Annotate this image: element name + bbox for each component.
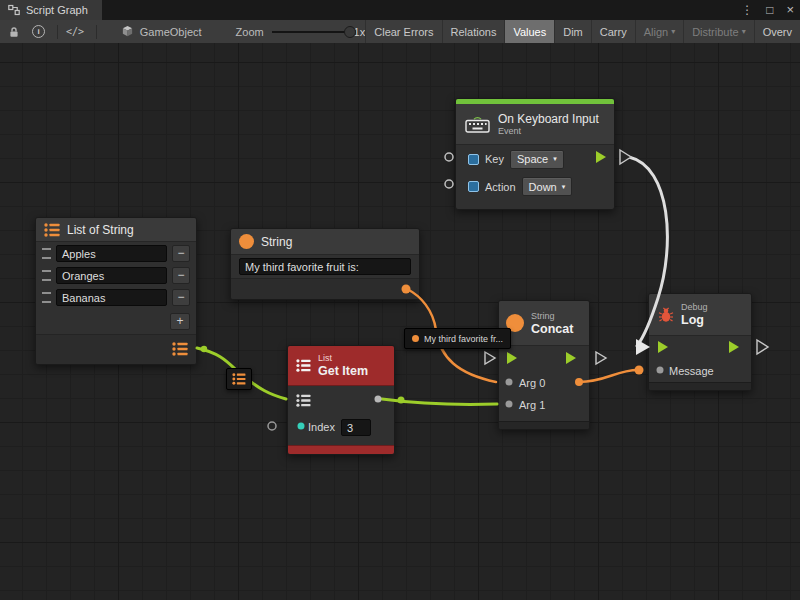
- list-icon: [296, 359, 311, 372]
- list-add-row: +: [36, 308, 196, 334]
- toolbar-separator: [57, 25, 58, 39]
- list-input-port-icon[interactable]: [296, 394, 311, 407]
- bug-icon: [658, 307, 674, 323]
- relations-button[interactable]: Relations: [442, 20, 505, 43]
- maximize-icon[interactable]: □: [766, 0, 773, 20]
- index-outer-connector-icon[interactable]: [268, 422, 276, 430]
- wire-type-badge: [226, 368, 252, 390]
- graph-canvas[interactable]: List of String Apples − Oranges − Banana…: [0, 43, 800, 600]
- drag-handle-icon[interactable]: [42, 292, 51, 303]
- index-label: Index: [308, 421, 335, 433]
- node-header[interactable]: String: [231, 229, 419, 255]
- distribute-button[interactable]: Distribute ▾: [683, 20, 753, 43]
- node-category: List: [318, 353, 368, 364]
- graph-icon: [8, 4, 20, 16]
- node-subtitle: Event: [498, 126, 599, 137]
- message-label: Message: [669, 365, 714, 377]
- list-icon: [232, 373, 246, 385]
- message-row: Message: [649, 360, 751, 382]
- concat-flow-in-connector-icon[interactable]: [485, 352, 495, 364]
- list-item-field[interactable]: Oranges: [56, 267, 167, 284]
- tab-title: Script Graph: [26, 4, 88, 16]
- dim-button[interactable]: Dim: [554, 20, 591, 43]
- arg0-row: Arg 0: [499, 372, 589, 394]
- unity-script-graph-window: Script Graph ⋮ □ × i </> GameObject Zo: [0, 0, 800, 600]
- node-get-item[interactable]: List Get Item Index 3: [287, 345, 395, 455]
- values-button[interactable]: Values: [504, 20, 554, 43]
- key-row: Key Space ▾: [456, 145, 614, 173]
- node-title: On Keyboard Input: [498, 112, 599, 126]
- node-footer-bar: [649, 382, 751, 390]
- zoom-slider[interactable]: [272, 26, 348, 38]
- list-item-row: Oranges −: [36, 264, 196, 286]
- string-value-row: My third favorite fruit is:: [231, 255, 419, 278]
- list-output-port-icon[interactable]: [172, 342, 188, 356]
- index-field[interactable]: 3: [341, 419, 371, 436]
- node-string-literal[interactable]: String My third favorite fruit is:: [230, 228, 420, 300]
- carry-button[interactable]: Carry: [591, 20, 635, 43]
- key-input-connector-icon[interactable]: [445, 153, 453, 161]
- node-header[interactable]: Debug Log: [649, 294, 751, 336]
- action-dropdown[interactable]: Down ▾: [522, 177, 573, 196]
- window-controls: ⋮ □ ×: [741, 0, 794, 20]
- node-header[interactable]: On Keyboard Input Event: [456, 104, 614, 145]
- node-header[interactable]: List Get Item: [288, 346, 394, 386]
- gameobject-icon: [121, 25, 134, 38]
- tab-script-graph[interactable]: Script Graph: [0, 0, 102, 20]
- node-on-keyboard-input[interactable]: On Keyboard Input Event Key Space ▾ Acti…: [455, 98, 615, 210]
- close-icon[interactable]: ×: [786, 0, 794, 20]
- remove-item-button[interactable]: −: [172, 267, 190, 284]
- add-item-button[interactable]: +: [170, 313, 190, 330]
- window-menu-icon[interactable]: ⋮: [741, 0, 753, 20]
- toolbar-separator: [96, 25, 97, 39]
- align-button[interactable]: Align ▾: [635, 20, 683, 43]
- log-flow-out-connector-icon[interactable]: [757, 340, 768, 354]
- node-title: String: [261, 235, 292, 249]
- drag-handle-icon[interactable]: [42, 270, 51, 281]
- string-type-icon: [239, 234, 254, 249]
- node-header[interactable]: String Concat: [499, 301, 589, 346]
- list-item-field[interactable]: Bananas: [56, 289, 167, 306]
- string-value-field[interactable]: My third favorite fruit is:: [239, 258, 411, 275]
- orange-wire-end-dot[interactable]: [635, 366, 644, 375]
- string-value-dot-icon: [412, 335, 419, 342]
- remove-item-button[interactable]: −: [172, 245, 190, 262]
- keyboard-flow-connector-icon[interactable]: [620, 150, 631, 164]
- overview-button[interactable]: Overv: [754, 20, 800, 43]
- lock-icon[interactable]: [8, 26, 20, 38]
- code-icon[interactable]: </>: [66, 26, 84, 37]
- zoom-slider-knob[interactable]: [344, 26, 356, 38]
- node-concat[interactable]: String Concat Arg 0 Arg 1: [498, 300, 590, 430]
- action-row: Action Down ▾: [456, 173, 614, 200]
- key-type-icon: [468, 181, 479, 192]
- action-input-connector-icon[interactable]: [445, 180, 453, 188]
- list-item-row: Apples −: [36, 242, 196, 264]
- info-icon[interactable]: i: [32, 25, 45, 38]
- flow-row: [499, 346, 589, 372]
- list-item-row: Bananas −: [36, 286, 196, 308]
- string-output-row: [231, 278, 419, 299]
- arg1-label: Arg 1: [519, 399, 545, 411]
- list-output-row: [36, 334, 196, 364]
- node-footer-bar: [499, 421, 589, 429]
- chevron-down-icon: ▾: [553, 155, 557, 163]
- green-wire-start-dot[interactable]: [398, 397, 405, 404]
- key-label: Key: [485, 153, 504, 165]
- action-label: Action: [485, 181, 516, 193]
- remove-item-button[interactable]: −: [172, 289, 190, 306]
- node-title: List of String: [67, 223, 134, 237]
- chevron-down-icon: ▾: [671, 27, 675, 36]
- node-log[interactable]: Debug Log Message: [648, 293, 752, 391]
- list-input-row: [288, 386, 394, 414]
- node-header[interactable]: List of String: [36, 218, 196, 242]
- wire-getitem-to-concat-arg1[interactable]: [382, 399, 497, 404]
- node-list-of-string[interactable]: List of String Apples − Oranges − Banana…: [35, 217, 197, 365]
- green-wire-start-dot[interactable]: [201, 346, 207, 352]
- key-dropdown[interactable]: Space ▾: [510, 150, 564, 169]
- concat-flow-out-connector-icon[interactable]: [596, 352, 606, 364]
- clear-errors-button[interactable]: Clear Errors: [365, 20, 441, 43]
- node-category: String: [531, 311, 573, 322]
- chevron-down-icon: ▾: [562, 183, 566, 191]
- drag-handle-icon[interactable]: [42, 248, 51, 259]
- list-item-field[interactable]: Apples: [56, 245, 167, 262]
